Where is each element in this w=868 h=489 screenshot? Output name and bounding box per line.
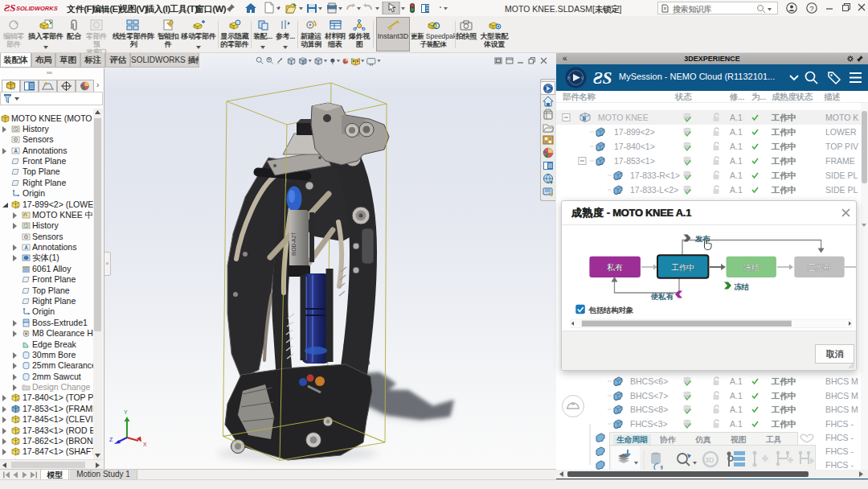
svg-text:SIDE PL: SIDE PL [825, 171, 858, 180]
svg-text:A.1: A.1 [730, 127, 743, 137]
svg-text:包括结构对象: 包括结构对象 [588, 306, 634, 314]
svg-text:BHCS<7>: BHCS<7> [630, 391, 668, 401]
svg-text:工作中: 工作中 [771, 142, 796, 151]
svg-text:BHCS M: BHCS M [825, 376, 858, 386]
svg-text:A: A [14, 148, 18, 154]
svg-text:工作中: 工作中 [771, 156, 796, 166]
svg-text:BHCS M: BHCS M [825, 391, 858, 401]
svg-text:SOLIDWORKS: SOLIDWORKS [16, 5, 58, 12]
svg-text:FHCS -: FHCS - [825, 446, 854, 456]
svg-text:A.1: A.1 [730, 142, 743, 151]
svg-text:FHCS -: FHCS - [825, 419, 854, 429]
svg-text:3D: 3D [705, 456, 714, 464]
svg-text:X: X [143, 442, 147, 447]
svg-text:工作中: 工作中 [771, 419, 796, 429]
svg-text:8IOD-A2T: 8IOD-A2T [291, 232, 297, 256]
svg-text:17-833-L<2>: 17-833-L<2> [630, 185, 678, 195]
svg-text:A.1: A.1 [730, 419, 743, 429]
svg-text:A.1: A.1 [730, 156, 743, 166]
svg-text:发布: 发布 [695, 234, 710, 243]
svg-text:SIDE PL: SIDE PL [825, 185, 858, 195]
svg-text:FHCS<3>: FHCS<3> [630, 419, 668, 429]
svg-text:Y: Y [124, 409, 128, 415]
svg-text:17-853<1>: 17-853<1> [614, 156, 655, 166]
svg-text:BHCS<6>: BHCS<6> [630, 376, 668, 386]
svg-text:工作中: 工作中 [771, 171, 796, 180]
svg-text:?: ? [809, 4, 813, 13]
svg-text:冻结: 冻结 [743, 263, 760, 272]
svg-text:工作中: 工作中 [771, 113, 796, 122]
svg-text:LOWER: LOWER [825, 127, 857, 137]
svg-text:A.1: A.1 [730, 113, 743, 122]
svg-text:FRAME: FRAME [825, 156, 855, 166]
svg-text:17-840<1>: 17-840<1> [614, 142, 655, 151]
svg-text:A.1: A.1 [730, 185, 743, 195]
svg-text:BHCS<8>: BHCS<8> [630, 405, 668, 414]
svg-text:工作中: 工作中 [771, 185, 796, 195]
svg-text:工作中: 工作中 [771, 127, 796, 137]
svg-text:17-833-R<1>: 17-833-R<1> [630, 171, 680, 180]
svg-text:MOTO K: MOTO K [825, 113, 858, 122]
svg-text:私有: 私有 [606, 263, 623, 272]
svg-text:工作中: 工作中 [771, 405, 796, 414]
svg-text:TOP PIV: TOP PIV [825, 142, 858, 151]
svg-text:BHCS M: BHCS M [825, 405, 858, 414]
svg-text:17-899<2>: 17-899<2> [614, 127, 655, 137]
svg-text:MOTO KNEE: MOTO KNEE [598, 113, 649, 122]
svg-text:工作中: 工作中 [771, 376, 796, 386]
svg-text:工作中: 工作中 [671, 263, 694, 272]
svg-text:A.1: A.1 [730, 376, 743, 386]
svg-text:A.1: A.1 [730, 171, 743, 180]
svg-text:A: A [24, 244, 28, 250]
svg-text:FHCS -: FHCS - [825, 460, 854, 470]
svg-text:Z: Z [109, 437, 113, 442]
svg-text:使私有: 使私有 [650, 292, 674, 301]
svg-text:冻结: 冻结 [735, 282, 749, 291]
svg-text:工作中: 工作中 [771, 391, 796, 401]
svg-text:A.1: A.1 [730, 391, 743, 401]
svg-text:ƧS: ƧS [4, 2, 15, 14]
svg-text:FHCS -: FHCS - [825, 433, 854, 442]
svg-text:已发布: 已发布 [808, 263, 831, 272]
svg-text:A.1: A.1 [730, 405, 743, 414]
